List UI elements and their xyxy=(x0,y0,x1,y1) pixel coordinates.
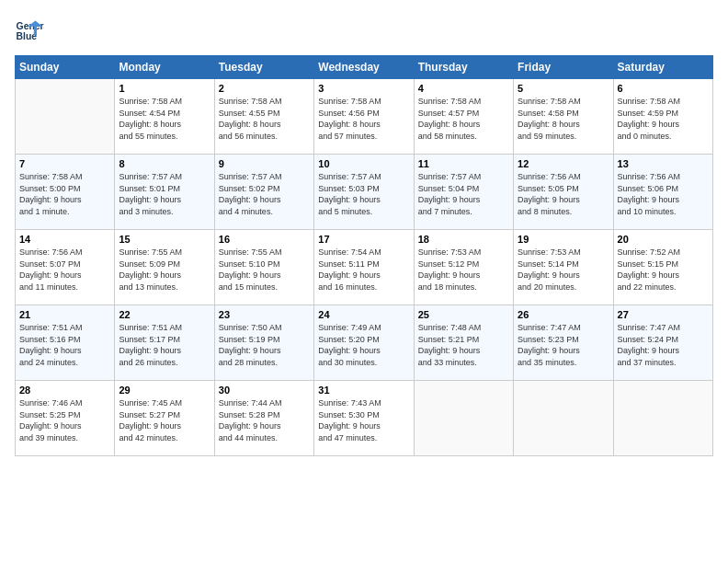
day-info: Sunrise: 7:53 AM Sunset: 5:14 PM Dayligh… xyxy=(518,247,609,293)
day-number: 18 xyxy=(418,234,509,245)
calendar-cell: 14Sunrise: 7:56 AM Sunset: 5:07 PM Dayli… xyxy=(16,230,115,305)
calendar-cell xyxy=(514,381,613,456)
weekday-header-friday: Friday xyxy=(514,56,613,79)
calendar-cell: 12Sunrise: 7:56 AM Sunset: 5:05 PM Dayli… xyxy=(514,155,613,230)
logo: General Blue xyxy=(15,15,48,44)
week-row-3: 14Sunrise: 7:56 AM Sunset: 5:07 PM Dayli… xyxy=(16,230,713,305)
day-info: Sunrise: 7:51 AM Sunset: 5:17 PM Dayligh… xyxy=(119,322,210,368)
day-number: 26 xyxy=(518,309,609,320)
day-info: Sunrise: 7:49 AM Sunset: 5:20 PM Dayligh… xyxy=(318,322,409,368)
weekday-header-tuesday: Tuesday xyxy=(214,56,313,79)
day-number: 11 xyxy=(418,158,509,169)
day-info: Sunrise: 7:58 AM Sunset: 4:54 PM Dayligh… xyxy=(119,96,210,142)
day-number: 30 xyxy=(219,385,310,396)
weekday-header-thursday: Thursday xyxy=(414,56,513,79)
day-number: 6 xyxy=(618,83,709,94)
calendar-cell: 22Sunrise: 7:51 AM Sunset: 5:17 PM Dayli… xyxy=(115,305,214,381)
day-number: 24 xyxy=(318,309,409,320)
day-number: 10 xyxy=(318,158,409,169)
calendar-cell: 21Sunrise: 7:51 AM Sunset: 5:16 PM Dayli… xyxy=(16,305,115,381)
day-info: Sunrise: 7:50 AM Sunset: 5:19 PM Dayligh… xyxy=(219,322,310,368)
day-info: Sunrise: 7:58 AM Sunset: 4:59 PM Dayligh… xyxy=(618,96,709,142)
page-container: General Blue SundayMondayTuesdayWednesda… xyxy=(0,0,728,464)
day-info: Sunrise: 7:51 AM Sunset: 5:16 PM Dayligh… xyxy=(19,322,110,368)
day-number: 7 xyxy=(19,158,110,169)
weekday-header-sunday: Sunday xyxy=(16,56,115,79)
calendar-table: SundayMondayTuesdayWednesdayThursdayFrid… xyxy=(15,55,713,456)
calendar-cell: 13Sunrise: 7:56 AM Sunset: 5:06 PM Dayli… xyxy=(613,155,712,230)
calendar-cell: 3Sunrise: 7:58 AM Sunset: 4:56 PM Daylig… xyxy=(314,79,414,155)
calendar-cell xyxy=(414,381,513,456)
header: General Blue xyxy=(15,15,713,44)
day-info: Sunrise: 7:58 AM Sunset: 4:58 PM Dayligh… xyxy=(518,96,609,142)
calendar-cell: 1Sunrise: 7:58 AM Sunset: 4:54 PM Daylig… xyxy=(115,79,214,155)
day-info: Sunrise: 7:56 AM Sunset: 5:07 PM Dayligh… xyxy=(19,247,110,293)
day-number: 8 xyxy=(119,158,210,169)
calendar-cell: 19Sunrise: 7:53 AM Sunset: 5:14 PM Dayli… xyxy=(514,230,613,305)
week-row-4: 21Sunrise: 7:51 AM Sunset: 5:16 PM Dayli… xyxy=(16,305,713,381)
day-info: Sunrise: 7:57 AM Sunset: 5:01 PM Dayligh… xyxy=(119,171,210,217)
day-info: Sunrise: 7:44 AM Sunset: 5:28 PM Dayligh… xyxy=(219,397,310,443)
calendar-cell: 27Sunrise: 7:47 AM Sunset: 5:24 PM Dayli… xyxy=(613,305,712,381)
day-number: 29 xyxy=(119,385,210,396)
calendar-cell: 2Sunrise: 7:58 AM Sunset: 4:55 PM Daylig… xyxy=(214,79,313,155)
day-number: 25 xyxy=(418,309,509,320)
calendar-cell: 10Sunrise: 7:57 AM Sunset: 5:03 PM Dayli… xyxy=(314,155,414,230)
weekday-header-monday: Monday xyxy=(115,56,214,79)
day-info: Sunrise: 7:47 AM Sunset: 5:24 PM Dayligh… xyxy=(618,322,709,368)
calendar-cell: 9Sunrise: 7:57 AM Sunset: 5:02 PM Daylig… xyxy=(214,155,313,230)
day-info: Sunrise: 7:56 AM Sunset: 5:05 PM Dayligh… xyxy=(518,171,609,217)
day-info: Sunrise: 7:47 AM Sunset: 5:23 PM Dayligh… xyxy=(518,322,609,368)
day-info: Sunrise: 7:52 AM Sunset: 5:15 PM Dayligh… xyxy=(618,247,709,293)
day-info: Sunrise: 7:57 AM Sunset: 5:02 PM Dayligh… xyxy=(219,171,310,217)
day-number: 27 xyxy=(618,309,709,320)
day-info: Sunrise: 7:46 AM Sunset: 5:25 PM Dayligh… xyxy=(19,397,110,443)
calendar-cell: 11Sunrise: 7:57 AM Sunset: 5:04 PM Dayli… xyxy=(414,155,513,230)
day-number: 28 xyxy=(19,385,110,396)
day-info: Sunrise: 7:55 AM Sunset: 5:09 PM Dayligh… xyxy=(119,247,210,293)
day-number: 16 xyxy=(219,234,310,245)
day-number: 12 xyxy=(518,158,609,169)
calendar-cell: 31Sunrise: 7:43 AM Sunset: 5:30 PM Dayli… xyxy=(314,381,414,456)
calendar-body: 1Sunrise: 7:58 AM Sunset: 4:54 PM Daylig… xyxy=(16,79,713,456)
day-number: 31 xyxy=(318,385,409,396)
day-info: Sunrise: 7:58 AM Sunset: 5:00 PM Dayligh… xyxy=(19,171,110,217)
day-info: Sunrise: 7:48 AM Sunset: 5:21 PM Dayligh… xyxy=(418,322,509,368)
day-number: 19 xyxy=(518,234,609,245)
calendar-cell: 25Sunrise: 7:48 AM Sunset: 5:21 PM Dayli… xyxy=(414,305,513,381)
week-row-2: 7Sunrise: 7:58 AM Sunset: 5:00 PM Daylig… xyxy=(16,155,713,230)
weekday-header-row: SundayMondayTuesdayWednesdayThursdayFrid… xyxy=(16,56,713,79)
calendar-cell xyxy=(613,381,712,456)
day-info: Sunrise: 7:57 AM Sunset: 5:04 PM Dayligh… xyxy=(418,171,509,217)
day-number: 21 xyxy=(19,309,110,320)
calendar-cell: 24Sunrise: 7:49 AM Sunset: 5:20 PM Dayli… xyxy=(314,305,414,381)
day-number: 4 xyxy=(418,83,509,94)
weekday-header-saturday: Saturday xyxy=(613,56,712,79)
day-number: 15 xyxy=(119,234,210,245)
week-row-5: 28Sunrise: 7:46 AM Sunset: 5:25 PM Dayli… xyxy=(16,381,713,456)
day-info: Sunrise: 7:54 AM Sunset: 5:11 PM Dayligh… xyxy=(318,247,409,293)
day-number: 22 xyxy=(119,309,210,320)
day-number: 1 xyxy=(119,83,210,94)
day-info: Sunrise: 7:58 AM Sunset: 4:57 PM Dayligh… xyxy=(418,96,509,142)
week-row-1: 1Sunrise: 7:58 AM Sunset: 4:54 PM Daylig… xyxy=(16,79,713,155)
day-info: Sunrise: 7:43 AM Sunset: 5:30 PM Dayligh… xyxy=(318,397,409,443)
day-info: Sunrise: 7:53 AM Sunset: 5:12 PM Dayligh… xyxy=(418,247,509,293)
calendar-cell: 6Sunrise: 7:58 AM Sunset: 4:59 PM Daylig… xyxy=(613,79,712,155)
day-number: 14 xyxy=(19,234,110,245)
calendar-cell: 30Sunrise: 7:44 AM Sunset: 5:28 PM Dayli… xyxy=(214,381,313,456)
calendar-cell: 28Sunrise: 7:46 AM Sunset: 5:25 PM Dayli… xyxy=(16,381,115,456)
day-info: Sunrise: 7:58 AM Sunset: 4:55 PM Dayligh… xyxy=(219,96,310,142)
day-info: Sunrise: 7:58 AM Sunset: 4:56 PM Dayligh… xyxy=(318,96,409,142)
calendar-cell xyxy=(16,79,115,155)
calendar-cell: 8Sunrise: 7:57 AM Sunset: 5:01 PM Daylig… xyxy=(115,155,214,230)
day-number: 5 xyxy=(518,83,609,94)
calendar-cell: 23Sunrise: 7:50 AM Sunset: 5:19 PM Dayli… xyxy=(214,305,313,381)
day-number: 3 xyxy=(318,83,409,94)
calendar-cell: 16Sunrise: 7:55 AM Sunset: 5:10 PM Dayli… xyxy=(214,230,313,305)
calendar-cell: 17Sunrise: 7:54 AM Sunset: 5:11 PM Dayli… xyxy=(314,230,414,305)
calendar-cell: 29Sunrise: 7:45 AM Sunset: 5:27 PM Dayli… xyxy=(115,381,214,456)
calendar-cell: 7Sunrise: 7:58 AM Sunset: 5:00 PM Daylig… xyxy=(16,155,115,230)
day-number: 23 xyxy=(219,309,310,320)
day-number: 20 xyxy=(618,234,709,245)
